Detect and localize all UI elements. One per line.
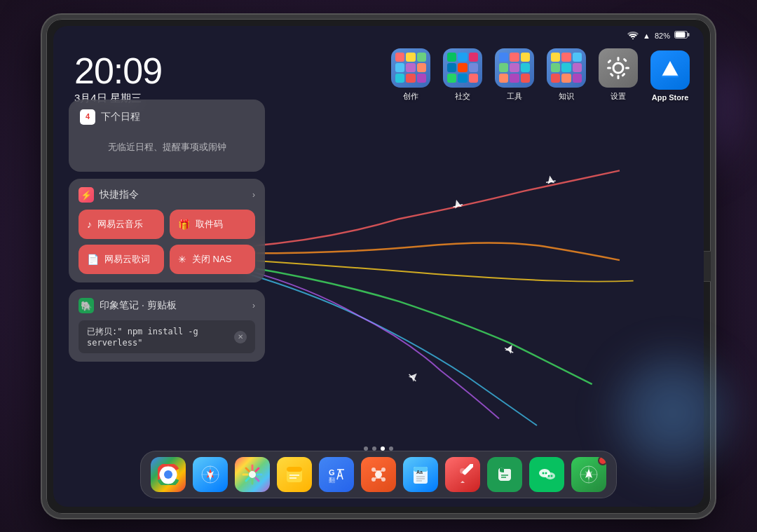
dock-photos[interactable] [235, 457, 270, 492]
folder-icon-create[interactable] [391, 48, 430, 88]
svg-rect-33 [287, 467, 302, 472]
battery-level: 82% [655, 32, 670, 40]
widgets-area: 4 下个日程 无临近日程、提醒事项或闹钟 ⚡ 快捷指令 › ♪ [69, 100, 265, 362]
wifi-icon [627, 31, 639, 41]
shortcuts-icon: ⚡ [79, 187, 94, 203]
svg-line-39 [337, 470, 340, 479]
shortcut-gift-icon: 🎁 [178, 219, 190, 230]
shortcuts-widget: ⚡ 快捷指令 › ♪ 网易云音乐 🎁 取件码 📄 [69, 179, 265, 282]
evernote-widget: 🐘 印象笔记 · 剪贴板 › 已拷贝:" npm install -g serv… [69, 289, 265, 362]
svg-marker-6 [409, 371, 419, 381]
status-icons: ▲ 82% [627, 31, 690, 41]
clipboard-clear-button[interactable]: ✕ [234, 331, 247, 343]
shortcuts-widget-header: ⚡ 快捷指令 › [79, 187, 255, 203]
shortcut-music-label: 网易云音乐 [97, 218, 143, 231]
shortcuts-grid: ♪ 网易云音乐 🎁 取件码 📄 网易云歌词 ✳ 关闭 NAS [79, 210, 255, 274]
ipad-screen: ▲ 82% 20:09 3月4日 星期三 [53, 26, 704, 507]
evernote-chevron: › [252, 301, 255, 311]
app-label-settings: 设置 [611, 91, 626, 102]
evernote-widget-title: 印象笔记 · 剪贴板 [100, 299, 177, 312]
calendar-widget-header: 4 下个日程 [80, 109, 254, 125]
folder-icon-tools[interactable] [495, 48, 534, 88]
svg-marker-58 [461, 481, 465, 483]
app-item-knowledge[interactable]: 知识 [547, 48, 586, 102]
shortcut-doc-icon: 📄 [87, 254, 99, 265]
dock-wechat[interactable] [529, 457, 564, 492]
shortcut-pickup-code[interactable]: 🎁 取件码 [170, 210, 255, 239]
dock: G 翻 [140, 451, 617, 498]
svg-point-64 [548, 475, 550, 477]
shortcuts-chevron: › [252, 190, 255, 200]
app-item-social[interactable]: 社交 [443, 48, 482, 102]
svg-line-40 [340, 470, 343, 479]
svg-point-25 [165, 471, 172, 478]
dock-safari2[interactable] [571, 457, 606, 492]
svg-point-31 [249, 471, 256, 478]
app-item-tools[interactable]: 工具 [495, 48, 534, 102]
svg-point-59 [460, 468, 465, 474]
app-item-appstore[interactable]: App Store [650, 50, 690, 102]
dock-mm[interactable] [361, 457, 396, 492]
svg-rect-14 [618, 75, 620, 79]
svg-rect-18 [621, 72, 625, 76]
app-label-knowledge: 知识 [559, 91, 574, 102]
signal-icon: ▲ [643, 32, 650, 40]
svg-rect-10 [688, 33, 690, 36]
dock-notes[interactable] [277, 457, 312, 492]
svg-rect-15 [607, 67, 611, 69]
shortcut-close-nas[interactable]: ✳ 关闭 NAS [170, 245, 255, 274]
svg-rect-17 [607, 59, 611, 63]
shortcuts-header-left: ⚡ 快捷指令 [79, 187, 139, 203]
app-label-appstore: App Store [652, 93, 689, 102]
battery-icon [674, 31, 690, 40]
svg-rect-11 [676, 32, 686, 38]
shortcut-music-icon: ♪ [87, 219, 92, 230]
svg-text:G: G [329, 468, 335, 477]
settings-app-icon[interactable] [599, 48, 638, 88]
clock-time: 20:09 [74, 53, 162, 89]
appstore-app-icon[interactable] [650, 50, 690, 90]
svg-text:Aa: Aa [416, 470, 423, 475]
evernote-icon: 🐘 [79, 298, 94, 313]
svg-text:翻: 翻 [329, 477, 335, 484]
clock-area: 20:09 3月4日 星期三 [74, 53, 162, 105]
calendar-empty-text: 无临近日程、提醒事项或闹钟 [80, 132, 254, 163]
svg-point-65 [551, 475, 553, 477]
shortcut-nas-icon: ✳ [178, 254, 186, 265]
app-item-create[interactable]: 创作 [391, 48, 430, 102]
shortcut-netease-music[interactable]: ♪ 网易云音乐 [79, 210, 164, 239]
app-label-tools: 工具 [507, 91, 522, 102]
svg-point-63 [545, 472, 547, 474]
clipboard-content: 已拷贝:" npm install -g serverless" [87, 326, 229, 348]
svg-rect-20 [623, 57, 627, 62]
shortcut-nas-label: 关闭 NAS [192, 253, 231, 266]
safari2-badge [598, 457, 606, 465]
shortcuts-widget-title: 快捷指令 [100, 189, 139, 201]
dock-dict[interactable]: Aa [403, 457, 438, 492]
app-label-create: 创作 [403, 91, 418, 102]
dock-chrome[interactable] [151, 457, 186, 492]
shortcut-netease-lyrics[interactable]: 📄 网易云歌词 [79, 245, 164, 274]
calendar-icon: 4 [80, 109, 95, 125]
clipboard-text-area: 已拷贝:" npm install -g serverless" ✕ [79, 320, 255, 353]
app-item-settings[interactable]: 设置 [599, 48, 638, 102]
dock-pencil[interactable] [445, 457, 480, 492]
svg-point-42 [375, 471, 382, 478]
svg-rect-19 [610, 72, 614, 76]
top-apps-row: 创作 社交 [391, 48, 690, 102]
svg-point-8 [632, 38, 634, 39]
dock-translate[interactable]: G 翻 [319, 457, 354, 492]
evernote-widget-header: 🐘 印象笔记 · 剪贴板 › [79, 298, 255, 313]
calendar-widget: 4 下个日程 无临近日程、提醒事项或闹钟 [69, 100, 265, 172]
folder-icon-social[interactable] [443, 48, 482, 88]
folder-icon-knowledge[interactable] [547, 48, 586, 88]
svg-rect-16 [625, 67, 629, 69]
dock-evernote[interactable] [487, 457, 522, 492]
app-label-social: 社交 [455, 91, 470, 102]
calendar-widget-title: 下个日程 [101, 111, 140, 123]
shortcut-lyrics-label: 网易云歌词 [104, 253, 150, 266]
svg-rect-13 [618, 57, 620, 61]
shortcut-pickup-label: 取件码 [196, 218, 223, 231]
svg-marker-2 [546, 175, 554, 184]
dock-safari[interactable] [193, 457, 228, 492]
